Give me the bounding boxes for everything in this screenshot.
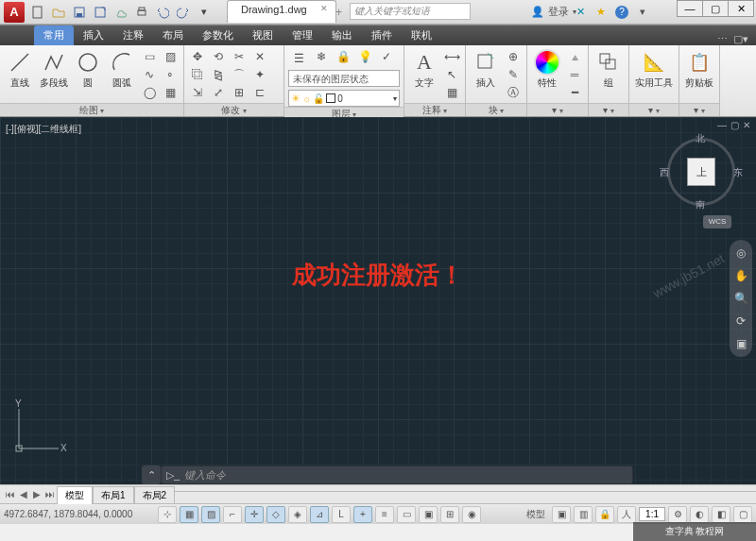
layer-props-icon[interactable]: ☰ (288, 48, 309, 69)
stretch-icon[interactable]: ⇲ (188, 84, 207, 101)
match-props-icon[interactable]: ⟁ (565, 48, 584, 65)
app-icon[interactable]: A (4, 2, 25, 23)
panel-block-title[interactable]: 块 (466, 103, 526, 116)
sb-ducs-icon[interactable]: L (332, 506, 351, 523)
group-button[interactable]: 组 (593, 48, 625, 91)
sb-model-label[interactable]: 模型 (523, 508, 549, 521)
qat-redo-icon[interactable] (174, 3, 193, 22)
close-button[interactable]: ✕ (728, 0, 754, 17)
line-button[interactable]: 直线 (4, 48, 36, 91)
layer-lock-icon[interactable]: 🔒 (334, 48, 352, 65)
tab-layout[interactable]: 布局 (153, 25, 193, 45)
qat-saveas-icon[interactable] (91, 3, 110, 22)
move-icon[interactable]: ✥ (188, 48, 207, 65)
panel-clip-title[interactable]: ▾ (679, 103, 719, 116)
erase-icon[interactable]: ✕ (250, 48, 269, 65)
sb-polar-icon[interactable]: ✛ (245, 506, 264, 523)
vp-close-icon[interactable]: ✕ (743, 120, 750, 130)
layer-match-icon[interactable]: ✓ (377, 48, 396, 65)
tab-manage[interactable]: 管理 (283, 25, 322, 45)
sb-grid-icon[interactable]: ▨ (201, 506, 220, 523)
tab-model[interactable]: 模型 (57, 486, 93, 504)
favorite-icon[interactable]: ★ (592, 3, 610, 22)
create-block-icon[interactable]: ⊕ (504, 48, 523, 65)
sb-quickview-icon[interactable]: ▥ (574, 506, 593, 523)
scale-icon[interactable]: ⤢ (209, 84, 228, 101)
new-tab-button[interactable]: + (335, 6, 342, 19)
qat-cloud-icon[interactable] (112, 3, 130, 22)
sb-clean-icon[interactable]: ▢ (733, 506, 752, 523)
help-dropdown-icon[interactable]: ▾ (633, 3, 652, 22)
offset-icon[interactable]: ⊏ (250, 84, 269, 101)
attr-icon[interactable]: Ⓐ (504, 84, 523, 101)
panel-annotate-title[interactable]: 注释 (404, 103, 465, 116)
circle-button[interactable]: 圆 (72, 48, 104, 91)
sb-osnap-icon[interactable]: ◇ (266, 506, 285, 523)
panel-modify-title[interactable]: 修改 (184, 103, 284, 116)
sb-infer-icon[interactable]: ⊹ (158, 506, 177, 523)
help-icon[interactable]: ? (612, 3, 631, 22)
qat-more-icon[interactable]: ▾ (195, 3, 214, 22)
dim-linear-icon[interactable]: ⟷ (442, 48, 461, 65)
sb-dyn-icon[interactable]: + (353, 506, 372, 523)
viewport-label[interactable]: [-][俯视][二维线框] (6, 123, 81, 136)
drawing-canvas[interactable]: [-][俯视][二维线框] — ▢ ✕ 成功注册激活！ www.jb51.net… (0, 117, 756, 484)
command-line[interactable]: ▷_ 键入命令 (161, 465, 633, 484)
ribbon-collapse-icon[interactable]: ▢▾ (733, 33, 748, 45)
sb-qp-icon[interactable]: ▣ (419, 506, 438, 523)
ellipse-icon[interactable]: ◯ (140, 84, 159, 101)
qat-new-icon[interactable] (28, 3, 47, 22)
util-button[interactable]: 📐实用工具 (633, 48, 675, 91)
layer-state-dropdown[interactable]: 未保存的图层状态 (288, 70, 400, 87)
sb-layout-max-icon[interactable]: ▣ (552, 506, 571, 523)
qat-undo-icon[interactable] (153, 3, 172, 22)
layout-first-icon[interactable]: ⏮ (4, 489, 17, 499)
fillet-icon[interactable]: ⌒ (230, 66, 249, 83)
linetype-icon[interactable]: ═ (565, 66, 584, 83)
table-icon[interactable]: ▦ (442, 84, 461, 101)
exchange-icon[interactable]: ✕ (571, 3, 590, 22)
layer-current-dropdown[interactable]: ☀ ☼ 🔓 0 ▾ (288, 90, 400, 107)
panel-props-title[interactable]: ▾ (527, 103, 588, 116)
text-button[interactable]: A文字 (408, 48, 440, 91)
nav-orbit-icon[interactable]: ⟳ (733, 313, 748, 329)
clipboard-button[interactable]: 📋剪贴板 (683, 48, 715, 91)
qat-open-icon[interactable] (49, 3, 68, 22)
leader-icon[interactable]: ↖ (442, 66, 461, 83)
hatch-icon[interactable]: ▨ (161, 48, 180, 65)
layout-last-icon[interactable]: ⏭ (43, 489, 57, 499)
polyline-button[interactable]: 多段线 (38, 48, 70, 91)
layout-next-icon[interactable]: ▶ (30, 489, 43, 499)
viewcube[interactable]: 上 北 南 东 西 (663, 134, 739, 210)
tab-home[interactable]: 常用 (34, 25, 74, 45)
document-tab[interactable]: Drawing1.dwg (227, 0, 336, 23)
lineweight-icon[interactable]: ━ (565, 84, 584, 101)
sb-ws-icon[interactable]: ⚙ (668, 506, 687, 523)
login-area[interactable]: 👤 登录 ▾ (531, 5, 576, 19)
sb-annoscale-icon[interactable]: 🔒 (595, 506, 614, 523)
sb-hw-icon[interactable]: ◐ (690, 506, 709, 523)
props-button[interactable]: 特性 (531, 48, 563, 91)
maximize-button[interactable]: ▢ (702, 0, 729, 17)
cmd-handle-icon[interactable]: ⌃ (142, 465, 161, 484)
arc-button[interactable]: 圆弧 (106, 48, 138, 91)
tab-online[interactable]: 联机 (402, 25, 441, 45)
sb-am-icon[interactable]: ◉ (462, 506, 481, 523)
rect-icon[interactable]: ▭ (140, 48, 159, 65)
panel-util-title[interactable]: ▾ (629, 103, 679, 116)
array-icon[interactable]: ⊞ (230, 84, 249, 101)
edit-block-icon[interactable]: ✎ (504, 66, 523, 83)
sb-snap-icon[interactable]: ▦ (180, 506, 198, 523)
vp-max-icon[interactable]: ▢ (730, 120, 739, 130)
tab-insert[interactable]: 插入 (74, 25, 113, 45)
search-input[interactable]: 键入关键字或短语 (350, 3, 471, 20)
nav-pan-icon[interactable]: ✋ (733, 268, 748, 283)
sb-ortho-icon[interactable]: ⌐ (223, 506, 242, 523)
tab-output[interactable]: 输出 (322, 25, 362, 45)
trim-icon[interactable]: ✂ (230, 48, 249, 65)
tab-parametric[interactable]: 参数化 (193, 25, 243, 45)
explode-icon[interactable]: ✦ (250, 66, 269, 83)
point-icon[interactable]: ∘ (161, 66, 180, 83)
sb-tpy-icon[interactable]: ▭ (397, 506, 416, 523)
tab-plugins[interactable]: 插件 (362, 25, 402, 45)
